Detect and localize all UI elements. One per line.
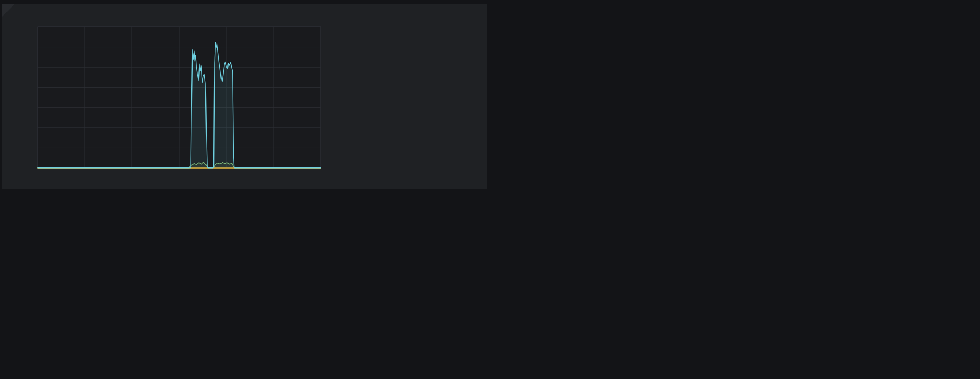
dashboard — [0, 0, 980, 379]
panel-write-operations — [2, 4, 487, 189]
chart-write-operations — [2, 4, 487, 189]
